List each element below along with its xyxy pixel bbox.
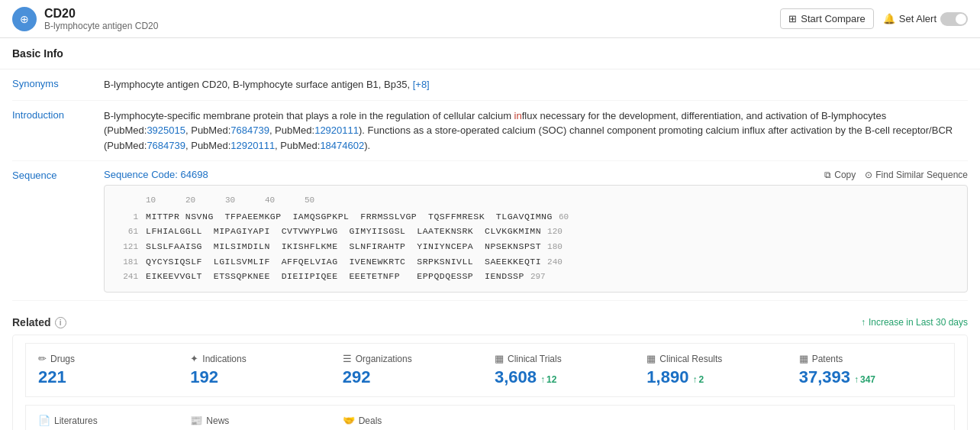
stat-patents[interactable]: ▦ Patents 37,393 ↑ 347 xyxy=(799,353,942,387)
pubmed-7684739-2[interactable]: 7684739 xyxy=(147,140,185,151)
sequence-header: Sequence Code: 64698 ⧉ Copy ⊙ Find Simil… xyxy=(104,169,968,180)
app-subtitle: B-lymphocyte antigen CD20 xyxy=(44,21,158,31)
sequence-content: Sequence Code: 64698 ⧉ Copy ⊙ Find Simil… xyxy=(104,169,968,293)
synonyms-text: B-lymphocyte antigen CD20, B-lymphocyte … xyxy=(104,79,410,90)
stat-clinical-trials[interactable]: ▦ Clinical Trials 3,608 ↑ 12 xyxy=(495,353,637,387)
pubmed-18474602[interactable]: 18474602 xyxy=(320,140,364,151)
pubmed-3925015[interactable]: 3925015 xyxy=(147,124,185,136)
deals-icon: 🤝 xyxy=(343,415,355,426)
stat-clinical-results[interactable]: ▦ Clinical Results 1,890 ↑ 2 xyxy=(646,353,789,387)
related-section: Related i ↑ Increase in Last 30 days ✏ D… xyxy=(0,307,980,430)
stat-literatures[interactable]: 📄 Literatures 13,545 xyxy=(38,415,181,430)
copy-label: Copy xyxy=(834,170,856,180)
indications-icon: ✦ xyxy=(190,353,198,364)
compare-icon: ⊞ xyxy=(788,13,797,24)
seq-line-5: 241 EIKEEVVGLT ETSSQPKNEE DIEIIPIQEE EEE… xyxy=(115,269,956,284)
stat-organizations-label: ☰ Organizations xyxy=(343,353,485,364)
related-stats-row1: ✏ Drugs 221 ✦ Indications 192 xyxy=(25,343,955,397)
seq-line-3: 121 SLSLFAAISG MILSIMDILN IKISHFLKME SLN… xyxy=(115,239,956,254)
patents-icon: ▦ xyxy=(799,353,808,364)
related-header: Related i ↑ Increase in Last 30 days xyxy=(0,307,980,335)
clinical-results-up: ↑ 2 xyxy=(692,374,704,385)
compare-label: Start Compare xyxy=(801,13,866,24)
introduction-value: B-lymphocyte-specific membrane protein t… xyxy=(104,108,968,154)
stat-news[interactable]: 📰 News 493 ↑ 13 xyxy=(190,415,333,430)
basic-info-section-title: Basic Info xyxy=(0,38,980,70)
seq-line-2: 61 LFHIALGGLL MIPAGIYAPI CVTVWYPLWG GIMY… xyxy=(115,224,956,239)
related-title: Related i xyxy=(12,316,66,328)
find-similar-icon: ⊙ xyxy=(865,170,872,180)
find-similar-label: Find Similar Sequence xyxy=(875,170,968,180)
stat-drugs-value: 221 xyxy=(38,367,181,387)
sequence-actions: ⧉ Copy ⊙ Find Similar Sequence xyxy=(824,170,968,180)
pubmed-12920111-2[interactable]: 12920111 xyxy=(230,140,275,151)
sequence-row: Sequence Sequence Code: 64698 ⧉ Copy ⊙ F… xyxy=(12,161,968,301)
stat-clinical-results-label: ▦ Clinical Results xyxy=(646,353,789,364)
header-actions: ⊞ Start Compare 🔔 Set Alert xyxy=(780,8,968,29)
clinical-trials-up: ↑ 12 xyxy=(540,374,556,385)
sequence-box: 10 20 30 40 50 1 MITTPR NSVNG TFPAEEMKGP… xyxy=(104,185,968,293)
sequence-label: Sequence xyxy=(12,169,104,181)
clinical-results-icon: ▦ xyxy=(646,353,656,364)
basic-info-content: Synonyms B-lymphocyte antigen CD20, B-ly… xyxy=(0,70,980,301)
synonyms-more-link[interactable]: [+8] xyxy=(413,79,430,90)
stat-indications-label: ✦ Indications xyxy=(190,353,333,364)
seq-line-1: 1 MITTPR NSVNG TFPAEEMKGP IAMQSGPKPL FRR… xyxy=(115,209,956,225)
literatures-icon: 📄 xyxy=(38,415,50,426)
stat-news-label: 📰 News xyxy=(190,415,333,426)
synonyms-row: Synonyms B-lymphocyte antigen CD20, B-ly… xyxy=(12,70,968,101)
start-compare-button[interactable]: ⊞ Start Compare xyxy=(780,8,874,29)
related-inner: ✏ Drugs 221 ✦ Indications 192 xyxy=(13,335,967,430)
introduction-label: Introduction xyxy=(12,108,104,121)
drugs-icon: ✏ xyxy=(38,353,47,364)
stat-indications-value: 192 xyxy=(190,367,333,387)
ruler-50: 50 xyxy=(305,193,344,208)
seq-line-4: 181 QYCYSIQSLF LGILSVMLIF AFFQELVIAG IVE… xyxy=(115,254,956,270)
patents-up: ↑ 347 xyxy=(854,374,875,385)
app-icon: ⊕ xyxy=(12,7,37,31)
related-stats-row2: 📄 Literatures 13,545 📰 News 493 xyxy=(25,405,955,430)
news-icon: 📰 xyxy=(190,415,202,426)
ruler-40: 40 xyxy=(265,193,305,208)
stat-clinical-results-value: 1,890 ↑ 2 xyxy=(646,367,789,387)
sequence-code[interactable]: Sequence Code: 64698 xyxy=(104,169,208,180)
stat-organizations[interactable]: ☰ Organizations 292 xyxy=(343,353,485,387)
stat-clinical-trials-value: 3,608 ↑ 12 xyxy=(495,367,637,387)
stat-deals-label: 🤝 Deals xyxy=(343,415,485,426)
set-alert-button[interactable]: 🔔 Set Alert xyxy=(883,12,968,26)
synonyms-label: Synonyms xyxy=(12,77,104,89)
clinical-trials-icon: ▦ xyxy=(495,353,504,364)
increase-label: ↑ Increase in Last 30 days xyxy=(861,317,968,328)
section-title-text: Basic Info xyxy=(12,47,63,60)
header-titles: CD20 B-lymphocyte antigen CD20 xyxy=(44,7,158,31)
header-left: ⊕ CD20 B-lymphocyte antigen CD20 xyxy=(12,7,158,31)
stat-patents-value: 37,393 ↑ 347 xyxy=(799,367,942,387)
stat-literatures-label: 📄 Literatures xyxy=(38,415,181,426)
pubmed-7684739-1[interactable]: 7684739 xyxy=(230,124,269,136)
related-info-icon[interactable]: i xyxy=(55,317,66,328)
stat-patents-label: ▦ Patents xyxy=(799,353,942,364)
sequence-ruler: 10 20 30 40 50 xyxy=(146,193,956,208)
alert-label: Set Alert xyxy=(899,13,936,24)
stat-drugs[interactable]: ✏ Drugs 221 xyxy=(38,353,181,387)
synonyms-value: B-lymphocyte antigen CD20, B-lymphocyte … xyxy=(104,77,968,92)
header: ⊕ CD20 B-lymphocyte antigen CD20 ⊞ Start… xyxy=(0,0,980,38)
app-title: CD20 xyxy=(44,7,158,21)
stat-deals[interactable]: 🤝 Deals 45 xyxy=(343,415,485,430)
pubmed-12920111-1[interactable]: 12920111 xyxy=(314,124,359,136)
ruler-10: 10 xyxy=(146,193,185,208)
related-title-text: Related xyxy=(12,316,51,328)
related-stats-container: ✏ Drugs 221 ✦ Indications 192 xyxy=(12,335,968,430)
introduction-row: Introduction B-lymphocyte-specific membr… xyxy=(12,101,968,162)
copy-button[interactable]: ⧉ Copy xyxy=(824,170,856,180)
stat-indications[interactable]: ✦ Indications 192 xyxy=(190,353,333,387)
stat-drugs-label: ✏ Drugs xyxy=(38,353,181,364)
increase-arrow-icon: ↑ xyxy=(861,317,866,328)
alert-icon: 🔔 xyxy=(883,13,895,24)
up-arrow-icon-3: ↑ xyxy=(854,374,859,385)
stat-clinical-trials-label: ▦ Clinical Trials xyxy=(495,353,637,364)
copy-icon: ⧉ xyxy=(824,170,831,180)
find-similar-button[interactable]: ⊙ Find Similar Sequence xyxy=(865,170,968,180)
up-arrow-icon: ↑ xyxy=(540,374,545,385)
alert-toggle[interactable] xyxy=(940,12,968,26)
